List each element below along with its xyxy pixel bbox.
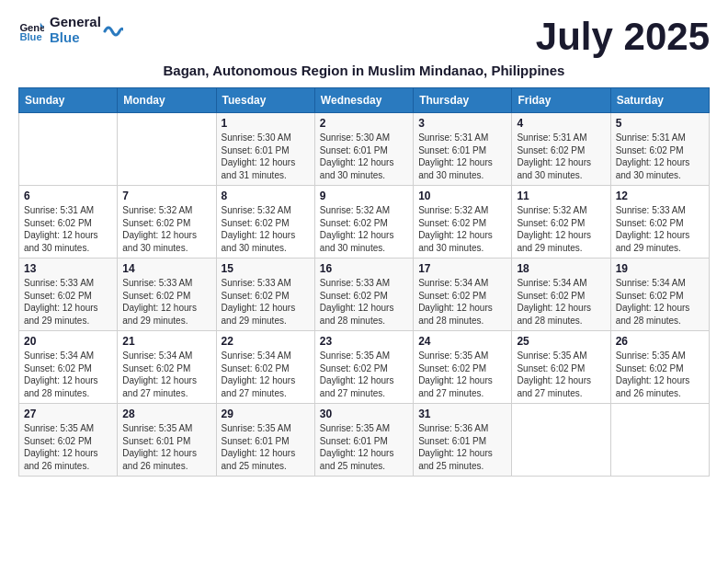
calendar-cell	[118, 113, 216, 186]
header-thursday: Thursday	[414, 88, 512, 113]
calendar-cell: 29Sunrise: 5:35 AM Sunset: 6:01 PM Dayli…	[216, 404, 314, 477]
day-detail: Sunrise: 5:34 AM Sunset: 6:02 PM Dayligh…	[222, 350, 310, 399]
calendar-cell: 10Sunrise: 5:32 AM Sunset: 6:02 PM Dayli…	[414, 186, 512, 259]
day-detail: Sunrise: 5:31 AM Sunset: 6:02 PM Dayligh…	[517, 132, 605, 181]
page-header: General Blue General Blue July 2025	[18, 15, 710, 59]
day-detail: Sunrise: 5:35 AM Sunset: 6:01 PM Dayligh…	[320, 422, 408, 472]
day-number: 10	[418, 190, 506, 202]
calendar-cell: 12Sunrise: 5:33 AM Sunset: 6:02 PM Dayli…	[610, 186, 709, 259]
day-number: 13	[24, 262, 112, 275]
day-number: 17	[418, 262, 506, 275]
calendar-cell: 28Sunrise: 5:35 AM Sunset: 6:01 PM Dayli…	[118, 404, 216, 477]
calendar-cell: 15Sunrise: 5:33 AM Sunset: 6:02 PM Dayli…	[216, 259, 314, 331]
location-title: Bagan, Autonomous Region in Muslim Minda…	[18, 63, 710, 78]
header-saturday: Saturday	[610, 88, 709, 113]
day-number: 20	[24, 335, 112, 348]
day-number: 27	[24, 408, 112, 420]
day-detail: Sunrise: 5:35 AM Sunset: 6:02 PM Dayligh…	[24, 422, 112, 472]
day-number: 9	[320, 190, 408, 202]
day-number: 28	[122, 408, 210, 420]
day-number: 14	[122, 262, 210, 275]
day-detail: Sunrise: 5:35 AM Sunset: 6:02 PM Dayligh…	[320, 350, 408, 399]
calendar-cell: 18Sunrise: 5:34 AM Sunset: 6:02 PM Dayli…	[512, 259, 610, 331]
day-number: 1	[222, 117, 310, 130]
calendar-cell: 24Sunrise: 5:35 AM Sunset: 6:02 PM Dayli…	[414, 331, 512, 404]
day-number: 12	[616, 190, 704, 202]
logo: General Blue General Blue	[18, 15, 123, 45]
calendar-cell: 21Sunrise: 5:34 AM Sunset: 6:02 PM Dayli…	[118, 331, 216, 404]
calendar-cell: 3Sunrise: 5:31 AM Sunset: 6:01 PM Daylig…	[414, 113, 512, 186]
calendar-cell: 6Sunrise: 5:31 AM Sunset: 6:02 PM Daylig…	[19, 186, 118, 259]
day-number: 7	[122, 190, 210, 202]
day-number: 8	[222, 190, 310, 202]
calendar-body: 1Sunrise: 5:30 AM Sunset: 6:01 PM Daylig…	[19, 113, 710, 477]
calendar-cell: 7Sunrise: 5:32 AM Sunset: 6:02 PM Daylig…	[118, 186, 216, 259]
day-detail: Sunrise: 5:31 AM Sunset: 6:01 PM Dayligh…	[418, 132, 506, 181]
calendar-cell: 25Sunrise: 5:35 AM Sunset: 6:02 PM Dayli…	[512, 331, 610, 404]
header-sunday: Sunday	[19, 88, 118, 113]
calendar-cell: 8Sunrise: 5:32 AM Sunset: 6:02 PM Daylig…	[216, 186, 314, 259]
header-tuesday: Tuesday	[216, 88, 314, 113]
day-number: 30	[320, 408, 408, 420]
calendar-cell	[512, 404, 610, 477]
header-wednesday: Wednesday	[314, 88, 413, 113]
day-detail: Sunrise: 5:33 AM Sunset: 6:02 PM Dayligh…	[122, 277, 210, 327]
day-number: 18	[517, 262, 605, 275]
calendar-cell: 14Sunrise: 5:33 AM Sunset: 6:02 PM Dayli…	[118, 259, 216, 331]
day-number: 3	[418, 117, 506, 130]
day-detail: Sunrise: 5:35 AM Sunset: 6:02 PM Dayligh…	[517, 350, 605, 399]
calendar-week-4: 20Sunrise: 5:34 AM Sunset: 6:02 PM Dayli…	[19, 331, 710, 404]
calendar-cell: 17Sunrise: 5:34 AM Sunset: 6:02 PM Dayli…	[414, 259, 512, 331]
day-detail: Sunrise: 5:32 AM Sunset: 6:02 PM Dayligh…	[517, 204, 605, 254]
svg-text:Blue: Blue	[19, 31, 41, 42]
day-detail: Sunrise: 5:35 AM Sunset: 6:01 PM Dayligh…	[122, 422, 210, 472]
day-detail: Sunrise: 5:34 AM Sunset: 6:02 PM Dayligh…	[24, 350, 112, 399]
logo-icon: General Blue	[18, 17, 44, 43]
day-number: 15	[222, 262, 310, 275]
calendar-cell	[610, 404, 709, 477]
day-detail: Sunrise: 5:33 AM Sunset: 6:02 PM Dayligh…	[320, 277, 408, 327]
calendar-header-row: SundayMondayTuesdayWednesdayThursdayFrid…	[19, 88, 710, 113]
calendar-cell: 16Sunrise: 5:33 AM Sunset: 6:02 PM Dayli…	[314, 259, 413, 331]
day-detail: Sunrise: 5:36 AM Sunset: 6:01 PM Dayligh…	[418, 422, 506, 472]
calendar-cell: 23Sunrise: 5:35 AM Sunset: 6:02 PM Dayli…	[314, 331, 413, 404]
calendar-week-2: 6Sunrise: 5:31 AM Sunset: 6:02 PM Daylig…	[19, 186, 710, 259]
calendar-cell: 31Sunrise: 5:36 AM Sunset: 6:01 PM Dayli…	[414, 404, 512, 477]
day-detail: Sunrise: 5:31 AM Sunset: 6:02 PM Dayligh…	[24, 204, 112, 254]
day-number: 5	[616, 117, 704, 130]
day-number: 19	[616, 262, 704, 275]
calendar-cell: 27Sunrise: 5:35 AM Sunset: 6:02 PM Dayli…	[19, 404, 118, 477]
day-detail: Sunrise: 5:34 AM Sunset: 6:02 PM Dayligh…	[616, 277, 704, 327]
calendar-cell: 13Sunrise: 5:33 AM Sunset: 6:02 PM Dayli…	[19, 259, 118, 331]
day-detail: Sunrise: 5:32 AM Sunset: 6:02 PM Dayligh…	[222, 204, 310, 254]
day-detail: Sunrise: 5:35 AM Sunset: 6:02 PM Dayligh…	[418, 350, 506, 399]
day-detail: Sunrise: 5:34 AM Sunset: 6:02 PM Dayligh…	[517, 277, 605, 327]
day-detail: Sunrise: 5:32 AM Sunset: 6:02 PM Dayligh…	[122, 204, 210, 254]
day-detail: Sunrise: 5:32 AM Sunset: 6:02 PM Dayligh…	[418, 204, 506, 254]
calendar-cell: 26Sunrise: 5:35 AM Sunset: 6:02 PM Dayli…	[610, 331, 709, 404]
day-number: 2	[320, 117, 408, 130]
calendar-week-5: 27Sunrise: 5:35 AM Sunset: 6:02 PM Dayli…	[19, 404, 710, 477]
calendar-table: SundayMondayTuesdayWednesdayThursdayFrid…	[18, 87, 710, 477]
logo-general: General	[50, 15, 101, 30]
day-detail: Sunrise: 5:33 AM Sunset: 6:02 PM Dayligh…	[222, 277, 310, 327]
day-detail: Sunrise: 5:31 AM Sunset: 6:02 PM Dayligh…	[616, 132, 704, 181]
day-number: 24	[418, 335, 506, 348]
day-number: 29	[222, 408, 310, 420]
day-detail: Sunrise: 5:30 AM Sunset: 6:01 PM Dayligh…	[320, 132, 408, 181]
calendar-cell: 20Sunrise: 5:34 AM Sunset: 6:02 PM Dayli…	[19, 331, 118, 404]
day-detail: Sunrise: 5:35 AM Sunset: 6:01 PM Dayligh…	[222, 422, 310, 472]
calendar-week-1: 1Sunrise: 5:30 AM Sunset: 6:01 PM Daylig…	[19, 113, 710, 186]
day-number: 6	[24, 190, 112, 202]
month-title: July 2025	[536, 15, 710, 59]
calendar-cell: 2Sunrise: 5:30 AM Sunset: 6:01 PM Daylig…	[314, 113, 413, 186]
logo-blue: Blue	[50, 30, 101, 46]
calendar-cell: 9Sunrise: 5:32 AM Sunset: 6:02 PM Daylig…	[314, 186, 413, 259]
day-number: 4	[517, 117, 605, 130]
day-detail: Sunrise: 5:32 AM Sunset: 6:02 PM Dayligh…	[320, 204, 408, 254]
header-monday: Monday	[118, 88, 216, 113]
calendar-cell: 30Sunrise: 5:35 AM Sunset: 6:01 PM Dayli…	[314, 404, 413, 477]
day-number: 11	[517, 190, 605, 202]
day-detail: Sunrise: 5:34 AM Sunset: 6:02 PM Dayligh…	[122, 350, 210, 399]
calendar-cell: 4Sunrise: 5:31 AM Sunset: 6:02 PM Daylig…	[512, 113, 610, 186]
